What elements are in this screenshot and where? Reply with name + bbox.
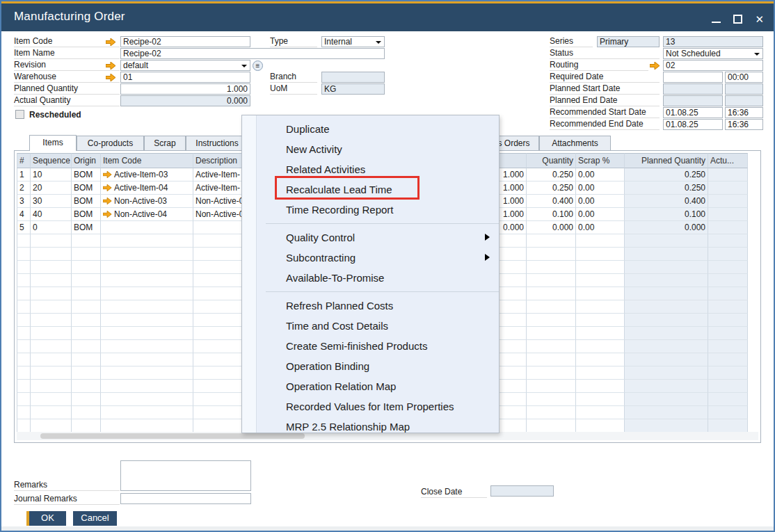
- routing-label: Routing: [550, 60, 648, 71]
- highlight-annotation-box: [275, 176, 420, 200]
- branch-label: Branch: [270, 72, 317, 83]
- menu-separator: [266, 223, 499, 224]
- recommended-end-date-field[interactable]: 01.08.25: [663, 119, 723, 130]
- uom-field: KG: [321, 83, 385, 95]
- warehouse-field[interactable]: 01: [120, 72, 250, 83]
- menu-item-subcontracting[interactable]: Subcontracting: [242, 248, 499, 268]
- tab-items[interactable]: Items: [29, 135, 77, 151]
- link-arrow-icon[interactable]: [103, 171, 112, 178]
- journal-remarks-label: Journal Remarks: [14, 494, 120, 505]
- menu-item-time-recording-report[interactable]: Time Recording Report: [242, 200, 499, 220]
- required-date-field[interactable]: [663, 72, 723, 83]
- context-menu: Duplicate New Activity Related Activitie…: [241, 115, 500, 433]
- close-icon[interactable]: ✕: [755, 14, 764, 24]
- col-header-quantity[interactable]: Quantity: [527, 153, 576, 168]
- planned-quantity-field[interactable]: 1.000: [120, 83, 250, 95]
- menu-item-operation-binding[interactable]: Operation Binding: [242, 356, 499, 376]
- col-header-planned-quantity[interactable]: Planned Quantity: [625, 153, 708, 168]
- remarks-textarea[interactable]: [120, 460, 251, 491]
- link-arrow-icon[interactable]: [106, 38, 116, 46]
- item-name-label: Item Name: [14, 48, 120, 59]
- planned-start-date-label: Planned Start Date: [550, 83, 660, 95]
- link-arrow-icon[interactable]: [106, 74, 116, 81]
- planned-quantity-label: Planned Quantity: [14, 83, 120, 95]
- series-number-field: 13: [663, 36, 763, 47]
- item-name-field[interactable]: Recipe-02: [120, 48, 385, 59]
- recommended-end-date-label: Recommended End Date: [550, 119, 660, 130]
- actual-quantity-label: Actual Quantity: [14, 95, 120, 106]
- recommended-start-date-label: Recommended Start Date: [550, 107, 660, 118]
- cancel-button[interactable]: Cancel: [73, 511, 117, 526]
- window-bottom-strip: [1, 526, 774, 531]
- link-arrow-icon[interactable]: [103, 211, 112, 218]
- status-dropdown[interactable]: Not Scheduled: [663, 48, 763, 59]
- planned-end-date-label: Planned End Date: [550, 95, 660, 106]
- planned-end-time-field: [725, 95, 763, 106]
- recommended-start-date-field[interactable]: 01.08.25: [663, 107, 723, 118]
- menu-item-recorded-values-for-item-properties[interactable]: Recorded Values for Item Properties: [242, 396, 499, 417]
- menu-item-operation-relation-map[interactable]: Operation Relation Map: [242, 376, 499, 396]
- warehouse-label: Warehouse: [14, 72, 120, 83]
- col-header-origin[interactable]: Origin: [72, 153, 101, 168]
- submenu-arrow-icon: [485, 254, 490, 261]
- series-label: Series: [550, 36, 593, 47]
- menu-item-duplicate[interactable]: Duplicate: [242, 119, 499, 139]
- revision-dropdown[interactable]: default: [120, 60, 250, 71]
- planned-start-time-field: [725, 83, 763, 95]
- menu-item-quality-control[interactable]: Quality Control: [242, 227, 499, 248]
- submenu-arrow-icon: [485, 234, 490, 241]
- menu-item-mrp-relationship-map[interactable]: MRP 2.5 Relationship Map: [242, 417, 499, 437]
- link-arrow-icon[interactable]: [106, 62, 116, 70]
- col-header-scrap[interactable]: Scrap %: [576, 153, 625, 168]
- chevron-down-icon: [376, 41, 381, 44]
- col-header-number[interactable]: #: [17, 153, 31, 168]
- window-title: Manufacturing Order: [14, 10, 125, 24]
- item-code-field[interactable]: Recipe-02: [120, 36, 250, 47]
- ok-button[interactable]: OK: [29, 511, 66, 526]
- recommended-start-time-field[interactable]: 16:36: [725, 107, 763, 118]
- tab-attachments[interactable]: Attachments: [539, 136, 611, 150]
- uom-label: UoM: [270, 83, 317, 95]
- tab-instructions[interactable]: Instructions: [186, 136, 248, 150]
- col-header-item-code[interactable]: Item Code: [101, 153, 193, 168]
- type-label: Type: [270, 36, 317, 47]
- planned-start-date-field: [663, 83, 723, 95]
- planned-end-date-field: [663, 95, 723, 106]
- col-header-sequence[interactable]: Sequence: [31, 153, 72, 168]
- link-arrow-icon[interactable]: [103, 184, 112, 191]
- link-arrow-icon[interactable]: [650, 62, 660, 70]
- rescheduled-checkbox[interactable]: [15, 110, 24, 119]
- type-dropdown[interactable]: Internal: [321, 36, 385, 47]
- status-label: Status: [550, 48, 660, 59]
- rescheduled-label: Rescheduled: [29, 110, 81, 120]
- tab-scrap[interactable]: Scrap: [144, 136, 186, 150]
- menu-item-time-and-cost-details[interactable]: Time and Cost Details: [242, 316, 499, 336]
- required-time-field[interactable]: 00:00: [725, 72, 763, 83]
- menu-item-create-semi-finished-products[interactable]: Create Semi-finished Products: [242, 336, 499, 356]
- menu-separator: [266, 291, 499, 292]
- menu-item-new-activity[interactable]: New Activity: [242, 139, 499, 159]
- chevron-down-icon: [241, 65, 247, 67]
- tab-co-products[interactable]: Co-products: [77, 136, 144, 150]
- actual-quantity-field: 0.000: [120, 95, 250, 106]
- journal-remarks-field[interactable]: [120, 493, 251, 504]
- revision-label: Revision: [14, 60, 120, 71]
- maximize-icon[interactable]: [733, 15, 742, 24]
- branch-field: [321, 72, 385, 83]
- routing-field[interactable]: 02: [663, 60, 763, 71]
- item-code-label: Item Code: [14, 36, 120, 47]
- revision-menu-icon[interactable]: ≡: [253, 61, 263, 71]
- col-header-actual[interactable]: Actu...: [708, 153, 748, 168]
- series-name-field: Primary: [597, 36, 660, 47]
- close-date-label: Close Date: [421, 487, 487, 498]
- recommended-end-time-field[interactable]: 16:36: [725, 119, 763, 130]
- close-date-field: [490, 485, 554, 497]
- required-date-label: Required Date: [550, 72, 660, 83]
- link-arrow-icon[interactable]: [103, 198, 112, 204]
- minimize-icon[interactable]: [712, 22, 721, 23]
- remarks-label: Remarks: [14, 480, 120, 491]
- menu-item-available-to-promise[interactable]: Available-To-Promise: [242, 268, 499, 288]
- menu-item-refresh-planned-costs[interactable]: Refresh Planned Costs: [242, 296, 499, 316]
- chevron-down-icon: [754, 53, 760, 56]
- title-bar: Manufacturing Order ✕: [0, 3, 775, 31]
